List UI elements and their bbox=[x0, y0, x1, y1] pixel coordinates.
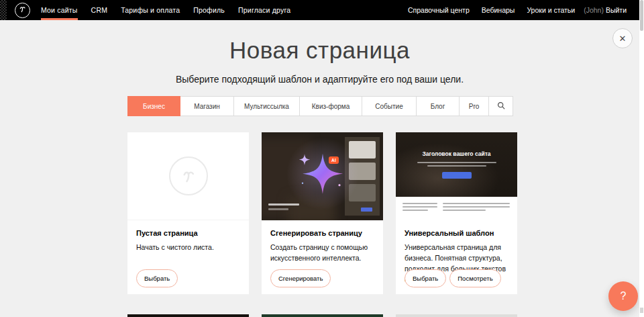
user-area: (John)Выйти bbox=[581, 6, 635, 14]
search-icon bbox=[497, 101, 505, 111]
tilda-logo-icon bbox=[17, 4, 28, 17]
card-body: Сгенерировать страницу Создать страницу … bbox=[262, 220, 383, 264]
page-subtitle: Выберите подходящий шаблон и адаптируйте… bbox=[0, 74, 639, 85]
generate-button[interactable]: Сгенерировать bbox=[270, 269, 331, 287]
tilda-mark-icon bbox=[169, 156, 208, 195]
user-name: (John) bbox=[584, 6, 604, 14]
nav-crm[interactable]: CRM bbox=[85, 0, 115, 20]
preview-hero-photo: Заголовок вашего сайта bbox=[396, 132, 517, 197]
template-cards-row: Пустая страница Начать с чистого листа. … bbox=[127, 132, 517, 294]
next-templates-row bbox=[127, 314, 517, 317]
secondary-nav: Справочный центр Вебинары Уроки и статьи… bbox=[402, 0, 639, 20]
tab-multilink[interactable]: Мультиссылка bbox=[233, 96, 300, 116]
tab-shop[interactable]: Магазин bbox=[180, 96, 234, 116]
nav-help-center[interactable]: Справочный центр bbox=[402, 6, 476, 14]
window-edge-texture bbox=[0, 0, 7, 20]
preview-site-heading: Заголовок вашего сайта bbox=[396, 150, 517, 157]
select-blank-button[interactable]: Выбрать bbox=[136, 269, 178, 287]
select-universal-button[interactable]: Выбрать bbox=[405, 269, 446, 287]
card-actions: Сгенерировать bbox=[270, 269, 331, 287]
page-title: Новая страница bbox=[0, 37, 639, 64]
ai-star-icon bbox=[285, 136, 360, 214]
card-actions: Выбрать Посмотреть bbox=[405, 269, 501, 287]
tab-blog[interactable]: Блог bbox=[416, 96, 460, 116]
topbar: Мои сайты CRM Тарифы и оплата Профиль Пр… bbox=[0, 0, 639, 20]
faux-text-line bbox=[402, 206, 437, 208]
template-card-universal: Заголовок вашего сайта Универсальный шаб… bbox=[396, 132, 517, 294]
preview-text-section bbox=[396, 197, 517, 220]
tab-event[interactable]: Событие bbox=[362, 96, 417, 116]
main-nav: Мои сайты CRM Тарифы и оплата Профиль Пр… bbox=[34, 0, 297, 20]
nav-lessons[interactable]: Уроки и статьи bbox=[521, 6, 581, 14]
help-button[interactable]: ? bbox=[608, 281, 638, 311]
faux-text-line bbox=[427, 165, 486, 167]
faux-button bbox=[361, 208, 372, 212]
card-body: Пустая страница Начать с чистого листа. bbox=[127, 220, 249, 253]
faux-text-line bbox=[443, 203, 510, 204]
preview-cta-button bbox=[442, 172, 472, 179]
tab-search[interactable] bbox=[488, 96, 513, 116]
blank-template-preview[interactable] bbox=[127, 132, 249, 220]
tab-business[interactable]: Бизнес bbox=[127, 96, 180, 116]
logout-link[interactable]: Выйти bbox=[604, 6, 633, 14]
scrollbar-bottom-marker bbox=[640, 308, 643, 313]
card-title: Сгенерировать страницу bbox=[270, 229, 374, 237]
template-card-partial[interactable] bbox=[127, 314, 249, 317]
scrollbar-thumb[interactable] bbox=[640, 0, 643, 31]
close-button[interactable]: ✕ bbox=[612, 28, 633, 48]
template-card-ai-generate: AI Сгенерировать страницу Создать страни… bbox=[262, 132, 383, 294]
faux-text-line bbox=[402, 210, 428, 211]
card-title: Универсальный шаблон bbox=[405, 229, 508, 237]
ai-template-preview[interactable]: AI bbox=[262, 132, 383, 220]
nav-profile[interactable]: Профиль bbox=[186, 0, 231, 20]
template-card-partial[interactable] bbox=[396, 314, 517, 317]
nav-webinars[interactable]: Вебинары bbox=[476, 6, 521, 14]
faux-text-line bbox=[443, 206, 510, 208]
faux-text-line bbox=[402, 203, 437, 204]
template-card-partial[interactable] bbox=[262, 314, 383, 317]
faux-text-line bbox=[417, 162, 496, 163]
universal-template-preview[interactable]: Заголовок вашего сайта bbox=[396, 132, 517, 220]
card-title: Пустая страница bbox=[136, 229, 240, 237]
tab-pro[interactable]: Pro bbox=[459, 96, 489, 116]
template-card-blank: Пустая страница Начать с чистого листа. … bbox=[127, 132, 249, 294]
nav-my-sites[interactable]: Мои сайты bbox=[34, 0, 85, 20]
ai-badge: AI bbox=[329, 156, 339, 164]
tilda-logo[interactable] bbox=[15, 3, 30, 18]
tab-quiz-form[interactable]: Квиз-форма bbox=[299, 96, 362, 116]
close-icon: ✕ bbox=[619, 34, 627, 44]
card-actions: Выбрать bbox=[136, 269, 178, 287]
faux-text-line bbox=[443, 210, 486, 211]
nav-invite-friend[interactable]: Пригласи друга bbox=[231, 0, 297, 20]
template-category-tabs: Бизнес Магазин Мультиссылка Квиз-форма С… bbox=[127, 96, 513, 116]
card-description: Создать страницу с помощью искусственног… bbox=[270, 242, 374, 264]
nav-tariffs[interactable]: Тарифы и оплата bbox=[114, 0, 186, 20]
card-description: Начать с чистого листа. bbox=[136, 242, 240, 253]
scrollbar[interactable] bbox=[639, 0, 644, 317]
preview-universal-button[interactable]: Посмотреть bbox=[449, 269, 500, 287]
